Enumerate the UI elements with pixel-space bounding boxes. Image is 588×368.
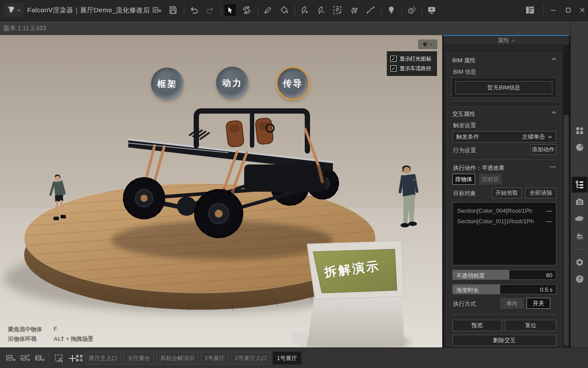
mode-by-object-button[interactable]: 按物体 [452, 174, 475, 185]
select-tool-icon[interactable] [224, 4, 236, 16]
add-action-button[interactable]: 添加动作 [530, 144, 556, 155]
foliage-remove-icon[interactable] [315, 4, 326, 16]
exec-mode-label: 执行方式 [453, 300, 476, 308]
bim-empty-button[interactable]: 暂无BIM信息 [455, 81, 552, 94]
pen-tool-icon[interactable] [262, 4, 274, 16]
viewport-filter-menu: 显示灯光图标 显示车流路径 [387, 51, 437, 76]
panel-scrollbar[interactable] [563, 46, 569, 347]
tab-properties[interactable]: 属性 × [444, 35, 569, 45]
scene-button-group: 展厅主入口 大厅展台 风机分解演示 2号展厅 2号展厅入口 1号展厅 [85, 352, 301, 364]
action-collapse-button[interactable]: — [550, 163, 556, 170]
modules-icon[interactable] [574, 125, 586, 137]
mode-one-way-button[interactable]: 单向 [500, 298, 524, 309]
target-object-list[interactable]: Section[Color_004]Root/1Ph — Section[Col… [452, 202, 556, 265]
duration-slider[interactable]: 渐变时长 0.5 s [452, 284, 556, 294]
path-draw-icon[interactable] [365, 4, 376, 16]
hint-action: 沿物体环视 [8, 335, 54, 343]
close-button[interactable] [576, 4, 588, 16]
delete-interaction-button[interactable]: 删除交互 [452, 335, 556, 346]
collapse-chevron-icon[interactable] [551, 111, 556, 114]
export-exe-icon[interactable] [151, 4, 162, 16]
foliage-group-icon[interactable] [348, 4, 360, 16]
bim-empty-label: 暂无BIM信息 [487, 84, 520, 92]
camera-icon[interactable] [574, 196, 586, 208]
tab-title: 属性 [498, 36, 509, 44]
hotspot-disc-power[interactable]: 动力 [216, 67, 249, 99]
preview-button[interactable]: 预览 [452, 320, 502, 331]
redo-icon[interactable] [204, 4, 216, 16]
foliage-add-icon[interactable] [298, 4, 310, 16]
environment-icon[interactable] [574, 212, 586, 225]
reset-label: 复位 [525, 322, 537, 329]
scene-tree-icon[interactable] [572, 177, 588, 193]
tab-close-icon[interactable]: × [512, 37, 515, 44]
remove-target-icon[interactable]: — [545, 207, 552, 214]
scene-button-fan-demo[interactable]: 风机分解演示 [156, 352, 198, 364]
opacity-slider[interactable]: 不透明程度 60 [452, 270, 556, 280]
maximize-button[interactable] [562, 4, 574, 16]
scene-button-main-entrance[interactable]: 展厅主入口 [85, 352, 121, 364]
orbit-tool-icon[interactable] [241, 4, 253, 16]
svg-text:?: ? [578, 276, 581, 282]
scrollbar-thumb[interactable] [564, 115, 569, 346]
grid-add-icon[interactable] [74, 353, 85, 364]
hint-keys: F [54, 325, 57, 333]
mode-by-material-label: 按材质 [482, 175, 499, 183]
clear-all-button[interactable]: 全部清除 [525, 188, 556, 198]
filter-option-lights[interactable]: 显示灯光图标 [390, 55, 433, 63]
light-icon[interactable] [386, 4, 397, 16]
settings-icon[interactable] [574, 256, 586, 268]
material-sphere-icon[interactable] [574, 141, 586, 154]
clear-all-label: 全部清除 [530, 189, 552, 197]
undo-icon[interactable] [188, 4, 200, 16]
remove-target-icon[interactable]: — [545, 218, 552, 225]
mode-toggle-button[interactable]: 开关 [527, 298, 550, 309]
kiosk-body [307, 294, 404, 347]
vehicle-wheel [194, 189, 243, 238]
app-menu-button[interactable] [4, 3, 24, 17]
section-interaction: 交互属性 触发设置 触发条件 左键单击 行为设置 添加动作 执行动作：半透效果 … [447, 106, 561, 347]
collapse-chevron-icon[interactable] [551, 57, 556, 61]
hotspot-disc-frame[interactable]: 框架 [151, 68, 184, 100]
capture-crop-icon[interactable] [54, 353, 65, 364]
paint-fill-icon[interactable] [278, 4, 290, 16]
toolbar-separator [543, 5, 544, 15]
save-icon[interactable] [167, 4, 179, 16]
viewport-3d[interactable]: 框架 动力 传导 拆解演示 显示灯光图标 显示车流路径 [0, 35, 442, 347]
help-icon[interactable]: ? [574, 273, 586, 285]
target-list-item[interactable]: Section[Color_004]Root/1Ph — [457, 206, 552, 215]
reset-button[interactable]: 复位 [505, 320, 556, 331]
media-screen-icon[interactable] [426, 4, 437, 16]
foliage-box-add-icon[interactable] [332, 4, 343, 16]
toolbar-separator [184, 5, 184, 15]
minimize-button[interactable] [547, 4, 559, 16]
hotspot-disc-transmission[interactable]: 传导 [277, 67, 309, 100]
scene-button-hall2-entrance[interactable]: 2号展厅入口 [231, 352, 271, 364]
scene-button-hall-stage[interactable]: 大厅展台 [123, 352, 154, 364]
mode-by-material-button[interactable]: 按材质 [479, 174, 502, 185]
bottom-bar: AI [0, 347, 588, 368]
checkbox-checked-icon[interactable] [390, 65, 397, 71]
duration-label: 渐变时长 [456, 286, 479, 294]
checkbox-checked-icon[interactable] [390, 56, 397, 62]
scene-button-hall2[interactable]: 2号展厅 [201, 352, 229, 364]
target-list-item[interactable]: Section[Color_I01]1Root/1Ph — [457, 217, 552, 225]
start-pick-button[interactable]: 开始拾取 [492, 188, 522, 198]
mode-toggle-label: 开关 [533, 300, 544, 307]
mode-by-object-label: 按物体 [455, 175, 473, 183]
export-video-icon[interactable] [34, 353, 46, 364]
export-image-icon[interactable] [5, 353, 17, 364]
viewport-filter-button[interactable] [418, 39, 437, 49]
filter-option-traffic[interactable]: 显示车流路径 [390, 65, 433, 72]
trigger-condition-value: 左键单击 [522, 133, 545, 141]
filter-option-label: 显示灯光图标 [400, 55, 431, 63]
mode-one-way-label: 单向 [506, 300, 518, 307]
right-tool-strip: ? [570, 21, 588, 368]
export-image-ai-icon[interactable]: AI [20, 353, 31, 364]
timer-icon[interactable] [406, 4, 417, 16]
layout-panels-icon[interactable] [524, 4, 536, 16]
terrain-icon[interactable] [574, 229, 586, 241]
hotspot-label: 传导 [283, 78, 303, 89]
scene-button-hall1[interactable]: 1号展厅 [273, 352, 301, 364]
trigger-condition-select[interactable]: 触发条件 左键单击 [452, 131, 556, 143]
